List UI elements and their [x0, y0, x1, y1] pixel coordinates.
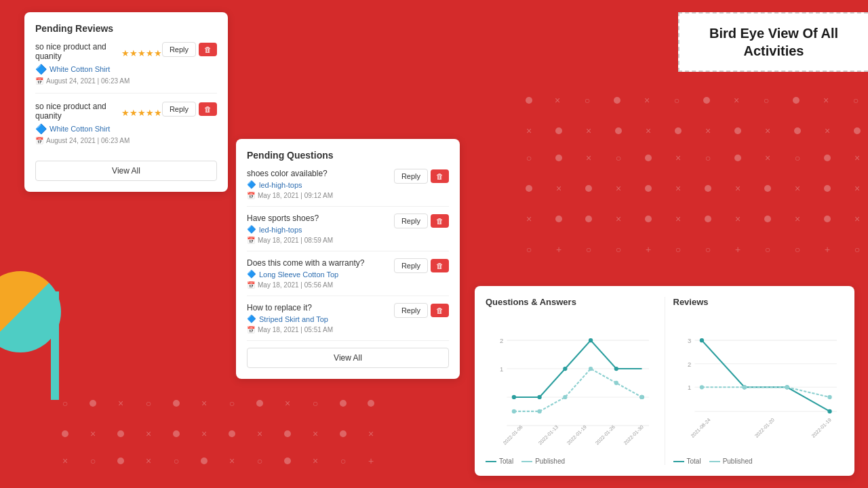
reviews-chart-area: 3 2 1 2021-08-24: [673, 312, 844, 453]
q-reply-btn-1[interactable]: Reply: [394, 169, 428, 184]
qa-chart-legend: Total Published: [486, 458, 656, 465]
product-name-2: White Cotton Shirt: [50, 125, 110, 133]
q-date-1: 📅 May 18, 2021 | 09:12 AM: [247, 192, 394, 199]
q-date-4: 📅 May 18, 2021 | 05:51 AM: [247, 326, 394, 333]
review-stars-2: ★★★★★: [121, 108, 162, 118]
calendar-icon-2: 📅: [35, 137, 43, 144]
qa-chart-area: 2 1: [486, 312, 656, 453]
svg-point-120: [512, 409, 516, 413]
q-product-4: 🔷 Striped Skirt and Top: [247, 314, 394, 323]
review-item-2: so nice product and quanity ★★★★★ 🔷 Whit…: [35, 102, 217, 152]
svg-point-124: [614, 381, 618, 385]
svg-point-117: [589, 338, 593, 342]
q-product-dot-2: 🔷: [247, 225, 256, 234]
svg-text:2: 2: [687, 361, 690, 368]
q-delete-btn-1[interactable]: 🗑: [431, 169, 449, 183]
q-delete-btn-2[interactable]: 🗑: [431, 214, 449, 228]
svg-point-144: [785, 385, 789, 389]
svg-text:2022-01-19: 2022-01-19: [810, 417, 832, 439]
questions-card: Pending Questions shoes color available?…: [236, 139, 460, 379]
product-name-1: White Cotton Shirt: [50, 65, 110, 73]
svg-point-122: [563, 395, 567, 399]
reviews-published-line-icon: [709, 461, 720, 462]
q-reply-btn-3[interactable]: Reply: [394, 258, 428, 273]
questions-view-all-button[interactable]: View All: [247, 348, 449, 368]
published-line-icon: [521, 461, 532, 462]
reviews-chart-legend: Total Published: [673, 458, 844, 465]
q-product-dot-1: 🔷: [247, 180, 256, 189]
reply-button-1[interactable]: Reply: [162, 42, 196, 57]
q-product-1: 🔷 led-high-tops: [247, 180, 394, 189]
review-product-2: 🔷 White Cotton Shirt: [35, 123, 162, 134]
svg-point-138: [699, 338, 703, 342]
qa-legend-published: Published: [521, 458, 565, 465]
q-date-3: 📅 May 18, 2021 | 05:56 AM: [247, 281, 394, 289]
delete-button-2[interactable]: 🗑: [199, 102, 217, 116]
svg-text:2022-01-26: 2022-01-26: [594, 424, 616, 446]
chart-divider: [665, 297, 665, 465]
product-dot-icon-2: 🔷: [35, 123, 47, 134]
review-date-1: 📅 August 24, 2021 | 06:23 AM: [35, 77, 162, 85]
charts-container: Questions & Answers 2 1: [475, 286, 854, 476]
reply-button-2[interactable]: Reply: [162, 102, 196, 117]
svg-text:2022-01-19: 2022-01-19: [566, 424, 588, 446]
question-text-4: How to replace it?: [247, 303, 394, 312]
question-text-2: Have sports shoes?: [247, 214, 394, 223]
question-item-3: Does this come with a warranty? 🔷 Long S…: [247, 258, 449, 296]
reviews-chart-panel: Reviews 3 2 1: [673, 297, 844, 465]
question-text-3: Does this come with a warranty?: [247, 258, 394, 268]
svg-text:2021-08-24: 2021-08-24: [689, 417, 711, 439]
q-product-3: 🔷 Long Sleeve Cotton Top: [247, 270, 394, 279]
q-date-2: 📅 May 18, 2021 | 08:59 AM: [247, 237, 394, 244]
q-cal-icon-3: 📅: [247, 281, 255, 289]
review-text-2: so nice product and quanity: [35, 102, 117, 121]
reviews-chart-svg: 3 2 1 2021-08-24: [673, 312, 844, 453]
svg-text:1: 1: [500, 365, 503, 373]
total-line-icon: [486, 461, 496, 462]
q-product-dot-3: 🔷: [247, 270, 256, 279]
qa-chart-panel: Questions & Answers 2 1: [486, 297, 656, 465]
svg-point-114: [512, 395, 516, 399]
questions-card-title: Pending Questions: [247, 150, 449, 161]
question-item-2: Have sports shoes? 🔷 led-high-tops 📅 May…: [247, 214, 449, 251]
main-layout: Bird Eye View Of All Activities Pending …: [0, 0, 868, 488]
svg-point-145: [827, 395, 831, 399]
question-text-1: shoes color available?: [247, 169, 394, 178]
svg-point-121: [537, 409, 541, 413]
q-reply-btn-4[interactable]: Reply: [394, 303, 428, 318]
svg-point-123: [589, 367, 593, 371]
product-dot-icon-1: 🔷: [35, 64, 47, 75]
svg-text:2022-01-06: 2022-01-06: [502, 424, 524, 446]
svg-text:1: 1: [687, 384, 690, 391]
delete-button-1[interactable]: 🗑: [199, 43, 217, 56]
reviews-view-all-button[interactable]: View All: [35, 161, 217, 181]
svg-point-115: [537, 395, 541, 399]
bird-eye-banner: Bird Eye View Of All Activities: [678, 12, 868, 72]
question-item-4: How to replace it? 🔷 Striped Skirt and T…: [247, 303, 449, 341]
svg-text:3: 3: [687, 337, 690, 344]
qa-legend-total: Total: [486, 458, 513, 465]
reviews-card: Pending Reviews so nice product and quan…: [24, 12, 228, 192]
svg-point-118: [614, 367, 618, 371]
q-cal-icon-1: 📅: [247, 192, 255, 199]
question-item-1: shoes color available? 🔷 led-high-tops 📅…: [247, 169, 449, 207]
qa-chart-svg: 2 1: [486, 312, 656, 453]
svg-text:2: 2: [500, 337, 503, 344]
banner-title: Bird Eye View Of All Activities: [693, 24, 854, 60]
review-item-1: so nice product and quanity ★★★★★ 🔷 Whit…: [35, 42, 217, 94]
reviews-chart-title: Reviews: [673, 297, 844, 307]
svg-text:2022-01-30: 2022-01-30: [623, 424, 645, 446]
svg-point-142: [699, 385, 703, 389]
q-delete-btn-3[interactable]: 🗑: [431, 259, 449, 272]
reviews-total-line-icon: [673, 461, 684, 462]
review-text-1: so nice product and quanity: [35, 42, 117, 61]
q-reply-btn-2[interactable]: Reply: [394, 214, 428, 228]
calendar-icon-1: 📅: [35, 77, 43, 85]
q-cal-icon-4: 📅: [247, 326, 255, 333]
svg-point-141: [827, 409, 831, 413]
svg-text:2022-01-20: 2022-01-20: [753, 417, 776, 439]
qa-chart-title: Questions & Answers: [486, 297, 656, 307]
q-delete-btn-4[interactable]: 🗑: [431, 304, 449, 317]
review-product-1: 🔷 White Cotton Shirt: [35, 64, 162, 75]
review-stars-1: ★★★★★: [121, 48, 162, 58]
